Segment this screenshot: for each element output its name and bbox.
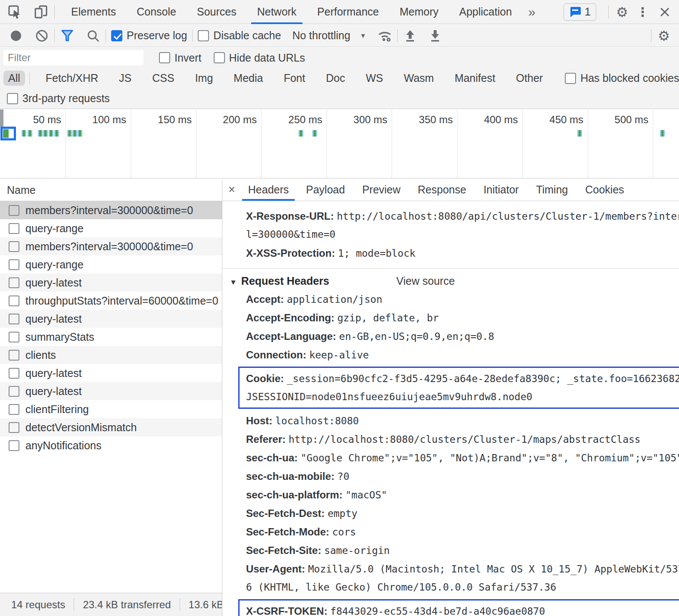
divider xyxy=(106,29,106,42)
request-row[interactable]: query-latest xyxy=(0,274,222,292)
tab-sources[interactable]: Sources xyxy=(187,0,247,24)
third-party-requests-checkbox[interactable] xyxy=(7,93,18,104)
network-conditions-icon[interactable] xyxy=(377,28,392,43)
waterfall-activity-bar xyxy=(49,130,53,137)
type-filter-media[interactable]: Media xyxy=(229,71,268,86)
throttling-dropdown-arrow-icon[interactable]: ▼ xyxy=(360,32,366,39)
request-checkbox[interactable] xyxy=(9,205,19,216)
status-item: 14 requests xyxy=(0,599,74,611)
detail-tab-preview[interactable]: Preview xyxy=(354,179,409,201)
header-entry: X-CSRF-TOKEN: f8443029-ec55-43d4-be7d-a4… xyxy=(238,599,679,616)
divider xyxy=(192,29,193,42)
tab-performance[interactable]: Performance xyxy=(307,0,389,24)
request-row[interactable]: detectVersionMismatch xyxy=(0,418,222,436)
view-source-link[interactable]: View source xyxy=(396,275,455,287)
filter-icon[interactable] xyxy=(60,28,75,43)
type-filter-other[interactable]: Other xyxy=(511,71,548,86)
filter-input[interactable] xyxy=(3,50,143,65)
request-row[interactable]: clientFiltering xyxy=(0,400,222,418)
tab-memory[interactable]: Memory xyxy=(389,0,449,24)
request-row[interactable]: query-latest xyxy=(0,310,222,328)
close-detail-icon[interactable]: × xyxy=(222,179,240,201)
type-filter-font[interactable]: Font xyxy=(279,71,310,86)
invert-checkbox[interactable] xyxy=(159,52,170,63)
request-checkbox[interactable] xyxy=(9,241,19,252)
record-network-log-icon[interactable] xyxy=(9,28,23,43)
request-row[interactable]: members?interval=300000&time=0 xyxy=(0,237,222,255)
request-row[interactable]: throughputStats?interval=60000&time=0 xyxy=(0,292,222,310)
type-filter-fetchxhr[interactable]: Fetch/XHR xyxy=(41,71,103,86)
timeline-tick-label: 200 ms xyxy=(196,114,257,126)
detail-tab-cookies[interactable]: Cookies xyxy=(576,179,632,201)
close-devtools-icon[interactable] xyxy=(657,5,672,19)
more-options-icon[interactable]: ⋮ xyxy=(629,5,656,19)
request-checkbox[interactable] xyxy=(9,440,19,451)
type-filter-img[interactable]: Img xyxy=(190,71,218,86)
detail-tab-initiator[interactable]: Initiator xyxy=(475,179,527,201)
tab-network[interactable]: Network xyxy=(247,0,307,24)
detail-tab-response[interactable]: Response xyxy=(409,179,475,201)
type-filter-all[interactable]: All xyxy=(3,71,25,86)
request-row[interactable]: members?interval=300000&time=0 xyxy=(0,201,222,219)
type-filter-ws[interactable]: WS xyxy=(361,71,388,86)
request-row[interactable]: query-range xyxy=(0,255,222,274)
detail-tab-payload[interactable]: Payload xyxy=(297,179,353,201)
import-har-icon[interactable] xyxy=(403,28,417,43)
timeline-gridline xyxy=(261,109,262,178)
issues-badge[interactable]: 1 xyxy=(564,3,596,21)
request-row[interactable]: query-range xyxy=(0,219,222,237)
tab-console[interactable]: Console xyxy=(126,0,187,24)
request-checkbox[interactable] xyxy=(9,368,19,379)
detail-tab-headers[interactable]: Headers xyxy=(240,179,298,201)
settings-gear-icon[interactable]: ⚙ xyxy=(615,5,629,19)
more-tabs-chevron-icon[interactable]: » xyxy=(522,5,542,19)
device-toolbar-icon[interactable] xyxy=(34,5,48,19)
request-checkbox[interactable] xyxy=(9,422,19,433)
type-filter-doc[interactable]: Doc xyxy=(321,71,349,86)
hide-data-urls-checkbox[interactable] xyxy=(214,52,225,63)
request-row[interactable]: query-latest xyxy=(0,364,222,382)
request-row[interactable]: anyNotifications xyxy=(0,436,222,454)
preserve-log-checkbox[interactable] xyxy=(111,30,122,41)
third-party-requests-label: 3rd-party requests xyxy=(22,92,110,105)
network-overview-timeline[interactable]: 50 ms100 ms150 ms200 ms250 ms300 ms350 m… xyxy=(0,109,679,178)
tab-elements[interactable]: Elements xyxy=(61,0,126,24)
header-line: Accept-Encoding: gzip, deflate, br xyxy=(246,308,679,327)
header-line: sec-ch-ua-mobile: ?0 xyxy=(246,467,679,485)
request-row[interactable]: summaryStats xyxy=(0,328,222,346)
has-blocked-cookies-checkbox[interactable] xyxy=(565,73,576,84)
header-name: Sec-Fetch-Site: xyxy=(246,544,324,556)
request-checkbox[interactable] xyxy=(9,404,19,415)
request-checkbox[interactable] xyxy=(9,277,19,288)
inspect-element-icon[interactable] xyxy=(8,5,22,19)
request-checkbox[interactable] xyxy=(9,223,19,234)
request-checkbox[interactable] xyxy=(9,314,19,324)
request-checkbox[interactable] xyxy=(9,350,19,361)
waterfall-activity-bar xyxy=(67,130,72,137)
disable-cache-checkbox[interactable] xyxy=(198,30,209,41)
detail-tab-timing[interactable]: Timing xyxy=(527,179,576,201)
request-checkbox[interactable] xyxy=(9,386,19,397)
type-filter-js[interactable]: JS xyxy=(114,71,136,86)
request-name: throughputStats?interval=60000&time=0 xyxy=(25,295,218,307)
name-column-header[interactable]: Name xyxy=(0,179,222,201)
export-har-icon[interactable] xyxy=(428,28,442,43)
search-icon[interactable] xyxy=(86,28,100,43)
header-value: _session=6b90cfc2-f3d5-4295-a64e-28edefa… xyxy=(287,373,679,384)
network-settings-gear-icon[interactable]: ⚙ xyxy=(657,28,671,43)
request-row[interactable]: query-latest xyxy=(0,382,222,400)
type-filter-wasm[interactable]: Wasm xyxy=(399,71,439,86)
request-checkbox[interactable] xyxy=(9,296,19,306)
request-checkbox[interactable] xyxy=(9,259,19,270)
type-filter-css[interactable]: CSS xyxy=(147,71,179,86)
tab-application[interactable]: Application xyxy=(449,0,522,24)
request-checkbox[interactable] xyxy=(9,332,19,342)
timeline-tick-label: 450 ms xyxy=(523,114,583,126)
disclosure-triangle-icon[interactable]: ▼ xyxy=(230,278,237,286)
clear-network-log-icon[interactable] xyxy=(34,28,49,43)
header-value: gzip, deflate, br xyxy=(337,312,439,324)
throttling-select[interactable]: No throttling xyxy=(292,29,350,42)
preserve-log-label: Preserve log xyxy=(127,29,187,42)
request-row[interactable]: clients xyxy=(0,346,222,364)
type-filter-manifest[interactable]: Manifest xyxy=(450,71,500,86)
